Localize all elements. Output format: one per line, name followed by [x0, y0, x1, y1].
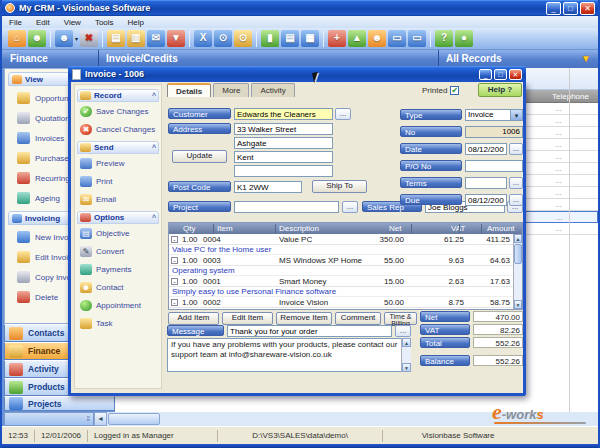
terms-lookup-button[interactable]: ... — [509, 177, 523, 189]
items-scrollbar[interactable]: ▲ ▼ — [513, 234, 522, 309]
export-excel-icon[interactable]: X — [194, 30, 212, 47]
update-button[interactable]: Update — [172, 150, 227, 163]
time-billing-button[interactable]: Time & Billing — [384, 312, 417, 325]
tab-details[interactable]: Details — [167, 83, 211, 97]
type-select[interactable]: Invoice ▾ — [465, 109, 523, 121]
dialog-close-button[interactable]: ✕ — [509, 69, 522, 80]
row-collapse-icon[interactable]: - — [171, 278, 178, 285]
customer-lookup-button[interactable]: ... — [335, 108, 351, 120]
comment-button[interactable]: Comment — [335, 312, 381, 325]
row-collapse-icon[interactable]: - — [171, 236, 178, 243]
web-icon[interactable]: ● — [455, 30, 473, 47]
menu-tools[interactable]: Tools — [88, 18, 121, 27]
add-item-button[interactable]: Add Item — [168, 312, 219, 325]
menu-file[interactable]: File — [2, 18, 29, 27]
sidebar-resize-corner[interactable]: ⁞⁞ — [4, 412, 94, 426]
cancel-changes-button[interactable]: ✖ Cancel Changes — [77, 120, 159, 138]
help-button[interactable]: Help ? — [478, 83, 522, 97]
task-button[interactable]: Task — [77, 314, 159, 332]
new-record-dropdown-icon[interactable]: ▾ — [75, 35, 78, 42]
message-scrollbar[interactable]: ▲ ▼ — [401, 338, 411, 372]
edit-item-button[interactable]: Edit Item — [222, 312, 273, 325]
find-contacts-icon[interactable]: ⊙ — [214, 30, 232, 47]
date-input[interactable] — [465, 143, 507, 155]
nav-projects[interactable]: Projects — [4, 396, 115, 411]
item-row[interactable]: - 1.000001 Smart Money... 15.002.63 17.6… — [169, 276, 522, 287]
address-line2-input[interactable] — [234, 137, 333, 149]
item-row[interactable]: - 1.000004 Value PC... 350.0061.25 411.2… — [169, 234, 522, 245]
maximize-button[interactable]: □ — [563, 2, 578, 15]
tools-icon[interactable]: + — [328, 30, 346, 47]
report-icon[interactable]: ▤ — [281, 30, 299, 47]
payments-button[interactable]: Payments — [77, 260, 159, 278]
collapse-options-icon[interactable]: ^ — [152, 214, 156, 221]
grid-column-telephone[interactable]: Telephone — [552, 92, 589, 101]
contacts-icon[interactable]: ☻ — [28, 30, 46, 47]
menu-help[interactable]: Help — [121, 18, 151, 27]
project-lookup-button[interactable]: ... — [342, 201, 358, 213]
scroll-up-icon[interactable]: ▲ — [402, 338, 411, 347]
collapse-send-icon[interactable]: ^ — [152, 144, 156, 151]
type-dropdown-icon[interactable]: ▾ — [510, 110, 522, 120]
tab-activity[interactable]: Activity — [251, 83, 294, 97]
hscroll-left-icon[interactable]: ◄ — [94, 412, 107, 426]
scroll-thumb[interactable] — [514, 244, 522, 264]
col-qty[interactable]: Qty — [183, 224, 195, 233]
message-lookup-button[interactable]: ... — [395, 325, 411, 337]
filter-icon[interactable]: ▼ — [167, 30, 185, 47]
group-contacts-icon[interactable]: ☻ — [368, 30, 386, 47]
address-line3-input[interactable] — [234, 151, 333, 163]
chart-icon[interactable]: ▮ — [261, 30, 279, 47]
sync-computer-icon[interactable]: ▭ — [388, 30, 406, 47]
scroll-down-icon[interactable]: ▼ — [402, 363, 411, 372]
save-changes-button[interactable]: ✔ Save Changes — [77, 102, 159, 120]
col-item[interactable]: Item — [217, 224, 233, 233]
scroll-up-icon[interactable]: ▲ — [514, 234, 522, 243]
terms-input[interactable] — [465, 177, 507, 189]
objective-button[interactable]: ▤ Objective — [77, 224, 159, 242]
remove-item-button[interactable]: Remove Item — [276, 312, 332, 325]
search-icon[interactable]: ⊙ — [234, 30, 252, 47]
po-no-input[interactable] — [465, 160, 523, 172]
printed-checkbox[interactable]: ✔ — [450, 86, 459, 95]
contact-button[interactable]: ☻ Contact — [77, 278, 159, 296]
menu-view[interactable]: View — [57, 18, 88, 27]
scroll-down-icon[interactable]: ▼ — [514, 300, 522, 309]
row-collapse-icon[interactable]: - — [171, 299, 178, 306]
tab-more[interactable]: More — [213, 83, 249, 97]
col-description[interactable]: Description — [279, 224, 319, 233]
convert-button[interactable]: ✎ Convert — [77, 242, 159, 260]
appointment-button[interactable]: Appointment — [77, 296, 159, 314]
collapse-record-icon[interactable]: ^ — [152, 92, 156, 99]
open-folder-icon[interactable]: ▤ — [107, 30, 125, 47]
due-date-picker-button[interactable]: ... — [509, 194, 523, 206]
item-row[interactable]: - 1.000002 Invoice Vision... 50.008.75 5… — [169, 297, 522, 308]
group-send[interactable]: Send ^ — [77, 141, 159, 154]
calendar-icon[interactable]: ▦ — [301, 30, 319, 47]
ship-to-button[interactable]: Ship To — [312, 180, 367, 193]
address-line4-input[interactable] — [234, 165, 333, 177]
print-button[interactable]: Print — [77, 172, 159, 190]
dialog-minimize-button[interactable]: _ — [479, 69, 492, 80]
preview-button[interactable]: Preview — [77, 154, 159, 172]
postcode-input[interactable] — [234, 181, 302, 193]
email-button[interactable]: ✉ Email — [77, 190, 159, 208]
group-options[interactable]: Options ^ — [77, 211, 159, 224]
due-date-input[interactable] — [465, 194, 507, 206]
delete-record-icon[interactable]: ✖ — [80, 30, 98, 47]
company-icon[interactable]: ⌂ — [8, 30, 26, 47]
minimize-button[interactable]: _ — [546, 2, 561, 15]
message-input[interactable] — [227, 325, 392, 337]
new-record-icon[interactable]: ☻ — [55, 30, 73, 47]
help-icon[interactable]: ? — [435, 30, 453, 47]
map-icon[interactable]: ▲ — [348, 30, 366, 47]
message-body-textarea[interactable]: If you have any problems with your produ… — [167, 338, 411, 372]
menu-edit[interactable]: Edit — [29, 18, 57, 27]
hscroll-thumb[interactable] — [108, 413, 160, 425]
notes-icon[interactable]: ▥ — [127, 30, 145, 47]
row-collapse-icon[interactable]: - — [171, 257, 178, 264]
date-picker-button[interactable]: ... — [509, 143, 523, 155]
item-row[interactable]: - 1.000003 MS Windows XP Home... 55.009.… — [169, 255, 522, 266]
remote-computer-icon[interactable]: ▭ — [408, 30, 426, 47]
group-record[interactable]: Record ^ — [77, 89, 159, 102]
